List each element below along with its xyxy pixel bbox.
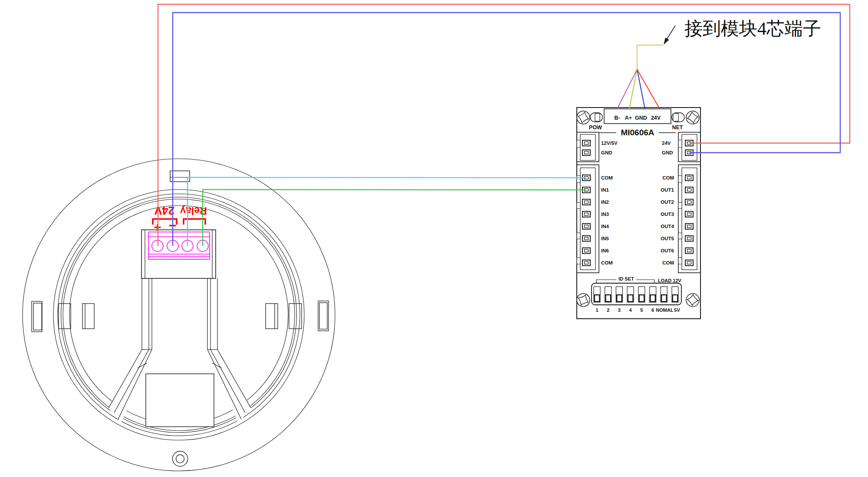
mounting-slot-right-outer <box>318 301 329 331</box>
terminal-power-label: 24V <box>154 204 174 217</box>
pin-label-com: COM <box>601 260 613 265</box>
lead-b-minus-purple <box>617 69 637 109</box>
mounting-slot-left-outer <box>32 301 42 332</box>
dip-label-4: 4 <box>629 307 632 313</box>
dip-label-6: 6 <box>651 307 654 313</box>
pin-label-12v5v: 12V/5V <box>601 140 618 146</box>
lead-cable-yellow <box>637 45 663 69</box>
wiring-diagram: 24V Relay + − <box>0 0 868 477</box>
relay-bracket <box>184 219 205 225</box>
wiring-diagram-page: 24V Relay + − <box>0 0 868 477</box>
lead-gnd-blue <box>637 69 645 109</box>
pow-label: POW <box>589 124 602 131</box>
annotation-arrow-icon <box>664 26 675 45</box>
dip-label-5: 5 <box>640 307 643 313</box>
dip-label-nomal: NOMAL <box>656 307 674 313</box>
net-indicator-icon <box>672 113 684 122</box>
bottom-mounting-hole <box>173 451 188 467</box>
pin-label-in1: IN1 <box>601 187 609 193</box>
channel-mask <box>152 278 207 350</box>
bus-terminal-label: B- <box>614 115 620 121</box>
pin-label-in6: IN6 <box>601 248 609 253</box>
pin-label-com: COM <box>601 175 613 180</box>
dip-label-3: 3 <box>618 307 621 313</box>
bus-terminal-label: 24V <box>651 115 661 121</box>
pin-label-in3: IN3 <box>601 212 609 217</box>
id-set-label: ID SET <box>618 276 634 281</box>
wire-com-cyan <box>187 177 586 246</box>
pin-label-24v: 24V <box>662 140 671 146</box>
mounting-slot-left-mid <box>59 304 71 329</box>
wiring <box>158 4 850 246</box>
lead-24v-red <box>637 69 660 109</box>
dip-label-2: 2 <box>607 307 609 313</box>
mounting-slot-right-inner <box>266 304 278 329</box>
bus-terminal-label: A+ <box>625 115 632 121</box>
bus-connector: B- A+ GND 24V <box>604 109 671 124</box>
pin-label-com: COM <box>662 260 674 265</box>
io-module: B- A+ GND 24V POW NET MI0606A <box>575 108 700 319</box>
load-12v-label: LOAD 12V <box>658 278 681 283</box>
net-label: NET <box>672 124 683 131</box>
pow-indicator-icon <box>590 113 602 122</box>
bus-terminal-label: GND <box>635 115 647 121</box>
wire-gnd-blue <box>173 13 840 246</box>
module-title: MI0606A <box>621 128 654 137</box>
wire-24v-red <box>158 4 850 246</box>
mounting-slot-left-inner <box>82 304 94 329</box>
lead-a-plus-yellowgreen <box>629 69 637 109</box>
pin-label-out5: OUT5 <box>661 236 674 241</box>
pin-label-out6: OUT6 <box>661 248 674 253</box>
dip-label-5v: 5V <box>674 307 680 313</box>
pin-label-com: COM <box>662 175 674 180</box>
pin-label-in4: IN4 <box>601 224 609 229</box>
pin-label-out4: OUT4 <box>661 224 674 229</box>
pin-label-in5: IN5 <box>601 236 609 241</box>
pin-label-in2: IN2 <box>601 199 609 205</box>
annotation-text: 接到模块4芯端子 <box>684 19 821 39</box>
bus-lead-group: 接到模块4芯端子 <box>617 19 821 109</box>
detector-base: 24V Relay + − <box>23 159 335 471</box>
junction-box <box>146 374 214 427</box>
pin-label-out1: OUT1 <box>661 187 674 193</box>
pin-label-out2: OUT2 <box>661 199 674 205</box>
pin-label-gnd-left: GND <box>601 150 612 155</box>
wire-in1-green <box>203 189 586 246</box>
dip-label-1: 1 <box>595 307 598 313</box>
pin-label-gnd-right: GND <box>662 150 673 155</box>
pin-label-out3: OUT3 <box>661 212 674 217</box>
